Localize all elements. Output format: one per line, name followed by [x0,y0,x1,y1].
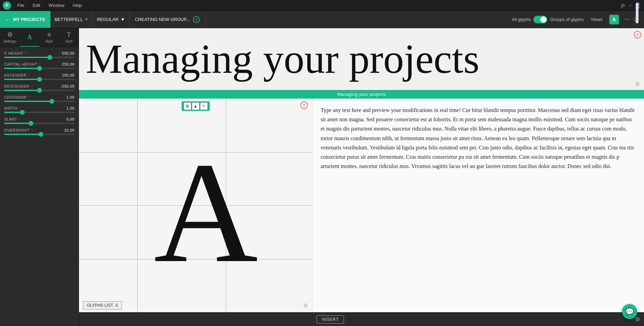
insert-settings-icon[interactable]: ⚙ [635,316,640,323]
menu-help[interactable]: Help [69,1,85,9]
glyph-tool-triangle[interactable]: ▲ [192,102,199,110]
serif-icon: T [67,31,71,38]
style-name: REGULAR [97,17,118,22]
control-name-descender: DESCENDER ? [4,84,33,88]
slider-track-capital-height[interactable] [4,68,74,69]
font-selector[interactable]: BETTERFELL ▼ [50,11,93,28]
control-value-width: 1,00 [67,106,74,110]
slider-fill-crossbar [4,101,52,102]
control-label-width: WIDTH ? 1,00 [4,106,74,110]
views-button[interactable]: Views [588,15,605,23]
grid-line-left [137,99,138,312]
new-group-label: CREATING NEW GROUP... [135,17,190,22]
slider-thumb-descender[interactable] [37,88,42,93]
control-value-descender: -250,00 [60,84,74,88]
menu-window[interactable]: Window [45,1,68,9]
control-value-crossbar: 1,00 [67,95,74,99]
preview-banner: Managing your projects ✕ ⚙ [79,28,644,90]
slider-fill-width [4,112,22,113]
toolbar-right: All glyphs Groups of glyphs Views A 〰 ☰ [512,15,644,24]
menu-bar: P File Edit Window Help 🎓 ○ 👤 [0,0,644,11]
slider-fill-ascender [4,79,39,80]
menu-file[interactable]: File [14,1,28,9]
slider-thumb-slant[interactable] [28,121,33,126]
preview-settings-icon[interactable]: ⚙ [635,81,640,87]
control-name-x-height: X HEIGHT ? [4,51,26,55]
status-icon: ○ [629,3,632,8]
glyphs-toggle[interactable] [533,16,547,23]
slider-thumb-overshoot[interactable] [38,132,43,137]
control-name-crossbar: CROSSBAR ? [4,95,30,99]
slider-fill-descender [4,90,39,91]
help-icon-x-height[interactable]: ? [24,52,26,55]
main-layout: ⚙ Settings A ≡ Style T Serif X HEIGHT ? … [0,28,644,326]
slider-thumb-crossbar[interactable] [49,99,54,104]
glyphs-list-key: A [115,303,118,308]
help-icon-width[interactable]: ? [19,106,21,110]
slider-thumb-capital-height[interactable] [37,66,42,71]
insert-button[interactable]: INSERT [317,315,344,324]
plus-icon: + [193,16,200,23]
style-tab-label: Style [45,40,53,43]
sidebar-tabs: ⚙ Settings A ≡ Style T Serif [0,28,79,47]
font-chevron-icon: ▼ [85,18,88,21]
project-label: MY PROJECTS [13,17,45,22]
slider-track-ascender[interactable] [4,79,74,80]
glyph-footer: GLYPHS LIST A ⚙ [83,301,308,310]
sidebar-tab-serif[interactable]: T Serif [59,28,79,47]
slider-fill-x-height [4,57,50,58]
control-name-width: WIDTH ? [4,106,21,110]
control-name-slant: SLANT ? [4,117,20,121]
sidebar-tab-style[interactable]: ≡ Style [39,28,59,47]
help-icon-descender[interactable]: ? [31,85,33,88]
groups-of-glyphs-label: Groups of glyphs [550,17,584,22]
help-icon-overshoot[interactable]: ? [31,128,33,132]
control-label-overshoot: OVERSHOOT ? 10,00 [4,128,74,132]
subtitle-text: Managing your projects [337,92,386,97]
new-group-button[interactable]: CREATING NEW GROUP... + [129,11,206,28]
slider-track-width[interactable] [4,112,74,113]
slider-track-crossbar[interactable] [4,101,74,102]
slider-track-x-height[interactable] [4,57,74,58]
glyphs-list-button[interactable]: GLYPHS LIST A [83,301,122,310]
control-label-slant: SLANT ? 0,00 [4,117,74,121]
style-selector[interactable]: REGULAR ▼ [93,11,129,28]
help-icon-ascender[interactable]: ? [28,74,30,77]
font-name: BETTERFELL [55,17,83,22]
slider-thumb-ascender[interactable] [37,77,42,82]
subtitle-bar: Managing your projects [79,90,644,99]
slider-track-overshoot[interactable] [4,134,74,135]
menu-edit[interactable]: Edit [29,1,44,9]
sidebar-controls: X HEIGHT ? 500,00 CAPITAL HEIGHT ? 250,0… [0,47,79,326]
notifications-icon[interactable]: 🎓 [620,3,626,8]
my-projects-button[interactable]: ← MY PROJECTS [0,11,50,28]
control-name-overshoot: OVERSHOOT ? [4,128,33,132]
control-label-x-height: X HEIGHT ? 500,00 [4,51,74,55]
control-label-crossbar: CROSSBAR ? 1,00 [4,95,74,99]
slider-fill-slant [4,123,31,124]
waveform-icon[interactable]: 〰 [623,16,631,23]
control-x-height: X HEIGHT ? 500,00 [4,51,74,58]
all-glyphs-toggle-area: All glyphs Groups of glyphs [512,16,584,23]
glyph-tool-cursor[interactable]: ↖ [200,102,208,110]
glyph-canvas: A ⊞ ▲ ↖ ✕ GLYPHS LIST A [79,99,312,312]
glyph-close-button[interactable]: ✕ [300,101,308,109]
glyph-settings-icon[interactable]: ⚙ [303,302,308,309]
control-crossbar: CROSSBAR ? 1,00 [4,95,74,102]
help-icon-crossbar[interactable]: ? [28,95,30,99]
chat-button[interactable]: 💬 [622,304,637,319]
glyph-a-button[interactable]: A [609,15,619,24]
sidebar-tab-glyphs[interactable]: A [20,28,39,47]
control-value-slant: 0,00 [67,117,74,121]
slider-track-descender[interactable] [4,90,74,91]
glyph-tool-cross[interactable]: ⊞ [184,102,191,110]
text-preview-panel[interactable]: Type any text here and preview your modi… [312,99,644,312]
toolbar: ← MY PROJECTS BETTERFELL ▼ REGULAR ▼ CRE… [0,11,644,28]
slider-track-slant[interactable] [4,123,74,124]
slider-thumb-width[interactable] [20,110,25,115]
slider-thumb-x-height[interactable] [47,55,52,60]
preview-close-button[interactable]: ✕ [634,31,641,38]
glyph-tools-toolbar: ⊞ ▲ ↖ [182,101,210,111]
help-icon-slant[interactable]: ? [18,117,20,121]
sidebar-tab-settings[interactable]: ⚙ Settings [0,28,20,47]
